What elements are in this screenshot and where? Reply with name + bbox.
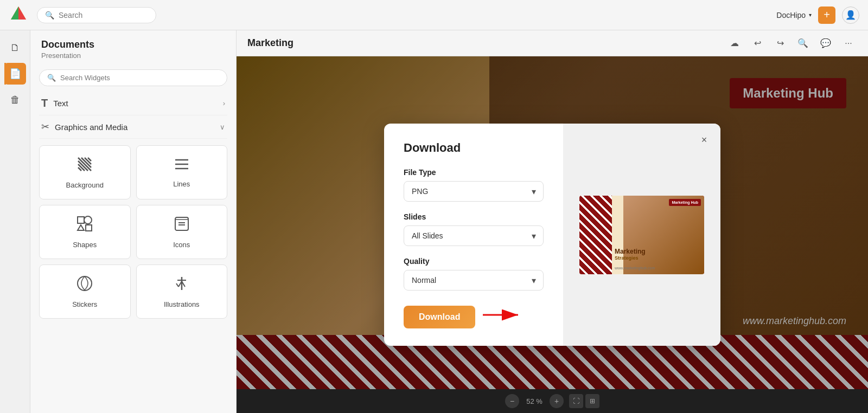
file-type-select-wrapper[interactable]: PNG JPG PDF SVG (404, 181, 544, 202)
quality-select-wrapper[interactable]: Normal High Best (404, 270, 544, 291)
text-nav-label: Text (53, 99, 68, 108)
sidebar-search-box[interactable]: 🔍 (39, 69, 227, 86)
svg-line-8 (88, 158, 91, 161)
sidebar-search-input[interactable] (60, 74, 219, 82)
sidebar-header: Documents Presentation (30, 30, 236, 64)
quality-select[interactable]: Normal High Best (404, 270, 544, 291)
undo-btn[interactable]: ↩ (749, 35, 766, 52)
graphics-nav-icon: ✂ (41, 121, 49, 133)
modal-title: Download (404, 141, 544, 155)
modal-right-panel: Marketing Hub Marketing Strategies www.m… (563, 124, 720, 346)
search-editor-btn[interactable]: 🔍 (794, 35, 812, 52)
graphics-nav-label: Graphics and Media (55, 122, 127, 132)
logo[interactable] (9, 4, 28, 26)
stickers-icon (76, 275, 93, 296)
sidebar-item-background[interactable]: Background (39, 145, 131, 199)
shapes-icon (76, 215, 93, 236)
sidebar-nav-graphics[interactable]: ✂ Graphics and Media ∨ (39, 115, 227, 139)
svg-point-14 (84, 216, 92, 224)
download-btn-container: Download (404, 301, 475, 328)
thumb-badge: Marketing Hub (669, 199, 701, 206)
svg-marker-15 (78, 225, 84, 230)
file-type-group: File Type PNG JPG PDF SVG (404, 168, 544, 202)
modal-close-btn[interactable]: × (697, 132, 712, 147)
search-editor-icon: 🔍 (797, 38, 808, 48)
sidebar-item-shapes[interactable]: Shapes (39, 205, 131, 259)
slides-label: Slides (404, 212, 544, 221)
stickers-label: Stickers (72, 300, 97, 308)
lines-icon (173, 157, 190, 176)
quality-group: Quality Normal High Best (404, 257, 544, 291)
illustrations-icon (173, 275, 190, 296)
search-icon: 🔍 (45, 11, 54, 20)
icons-label: Icons (173, 241, 190, 249)
editor-canvas: Marketing Hub www.marketinghub.com − 52 … (237, 56, 868, 413)
background-label: Background (66, 181, 104, 189)
sidebar-subtitle: Presentation (41, 51, 225, 60)
svg-line-24 (176, 283, 178, 287)
editor-area: Marketing ☁ ↩ ↪ 🔍 💬 ··· (237, 30, 868, 413)
sidebar-nav: T Text › ✂ Graphics and Media ∨ (30, 92, 236, 139)
more-icon: ··· (845, 38, 852, 48)
text-nav-icon: T (41, 97, 48, 109)
shapes-label: Shapes (73, 241, 97, 249)
sidebar-item-icons[interactable]: Icons (136, 205, 228, 259)
user-button[interactable]: 👤 (842, 7, 859, 24)
topbar: 🔍 DocHipo ▾ + 👤 (0, 0, 868, 30)
sidebar-item-illustrations[interactable]: Illustrations (136, 264, 228, 319)
svg-line-7 (78, 164, 85, 171)
redo-btn[interactable]: ↪ (771, 35, 789, 52)
cloud-icon: ☁ (730, 38, 739, 48)
more-btn[interactable]: ··· (840, 35, 857, 52)
slides-select[interactable]: All Slides Current Slide Custom (404, 225, 544, 246)
svg-line-9 (78, 167, 81, 171)
background-icon (76, 156, 93, 177)
icon-bar-documents[interactable]: 🗋 (4, 37, 26, 59)
trash-icon: 🗑 (10, 94, 20, 106)
svg-point-21 (78, 276, 92, 291)
arrow-indicator (483, 307, 526, 323)
document-icon: 🗋 (10, 42, 20, 54)
search-input[interactable] (59, 11, 140, 20)
file-type-select[interactable]: PNG JPG PDF SVG (404, 181, 544, 202)
file-type-label: File Type (404, 168, 544, 177)
sidebar-search-icon: 🔍 (47, 74, 56, 82)
topbar-search-box[interactable]: 🔍 (37, 7, 156, 23)
icon-bar-pages[interactable]: 📄 (4, 63, 26, 85)
main-layout: 🗋 📄 🗑 Documents Presentation 🔍 T Text › (0, 30, 868, 413)
icons-icon (173, 215, 190, 236)
icon-bar-trash[interactable]: 🗑 (4, 89, 26, 111)
sidebar-grid: Background Lines (30, 139, 236, 325)
pages-icon: 📄 (9, 68, 21, 80)
text-nav-arrow: › (223, 99, 225, 107)
slide-thumbnail: Marketing Hub Marketing Strategies www.m… (579, 196, 704, 274)
icon-bar: 🗋 📄 🗑 (0, 30, 30, 413)
lines-label: Lines (173, 180, 190, 188)
illustrations-label: Illustrations (164, 300, 200, 308)
thumb-url: www.marketinghub.com (615, 266, 655, 270)
add-button[interactable]: + (818, 7, 835, 24)
slides-group: Slides All Slides Current Slide Custom (404, 212, 544, 246)
redo-icon: ↪ (777, 38, 784, 48)
dochipo-label: DocHipo (776, 11, 806, 20)
svg-rect-13 (78, 217, 84, 223)
sidebar-item-lines[interactable]: Lines (136, 145, 228, 199)
download-button[interactable]: Download (404, 306, 475, 328)
comment-btn[interactable]: 💬 (817, 35, 834, 52)
graphics-nav-chevron: ∨ (220, 123, 225, 131)
slides-select-wrapper[interactable]: All Slides Current Slide Custom (404, 225, 544, 246)
editor-title: Marketing (247, 37, 722, 49)
modal-left-panel: Download File Type PNG JPG PDF SVG (384, 124, 563, 346)
dochipo-menu[interactable]: DocHipo ▾ (776, 11, 812, 20)
editor-topbar: Marketing ☁ ↩ ↪ 🔍 💬 ··· (237, 30, 868, 56)
sidebar: Documents Presentation 🔍 T Text › ✂ Grap… (30, 30, 237, 413)
sidebar-item-stickers[interactable]: Stickers (39, 264, 131, 319)
svg-marker-1 (18, 7, 26, 20)
svg-rect-16 (86, 225, 92, 231)
cloud-save-btn[interactable]: ☁ (726, 35, 743, 52)
sidebar-nav-text[interactable]: T Text › (39, 92, 227, 115)
download-modal: × Download File Type PNG JPG PDF SV (384, 124, 720, 346)
undo-icon: ↩ (754, 38, 761, 48)
thumb-stripe-left (579, 196, 612, 274)
thumb-content-area (623, 196, 705, 274)
